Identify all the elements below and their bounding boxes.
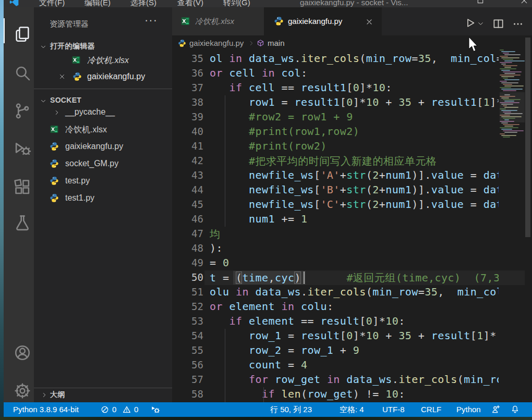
minimap-viewport[interactable] bbox=[500, 92, 525, 122]
tree-item-file[interactable]: test1.py bbox=[65, 193, 94, 203]
code-line-52[interactable]: 52or element in colu: bbox=[172, 300, 532, 314]
tree-item-folder[interactable]: __pycache__ bbox=[65, 107, 115, 117]
chevron-down-icon[interactable] bbox=[40, 44, 46, 50]
split-editor-icon[interactable] bbox=[492, 18, 504, 30]
tab-excel-file[interactable]: 冷饮机.xlsx bbox=[172, 7, 264, 35]
code-line-46[interactable]: 46 num1 += 1 bbox=[172, 212, 532, 227]
code-line-53[interactable]: 53 if element == result[0]*10: bbox=[172, 314, 532, 329]
close-window-button[interactable] bbox=[520, 0, 528, 5]
code-line-42[interactable]: 42 #把求平均的时间写入新建的相应单元格 bbox=[172, 154, 532, 168]
line-number[interactable]: 41 bbox=[172, 140, 203, 152]
error-icon[interactable] bbox=[101, 405, 109, 414]
code-line-38[interactable]: 38 row1 = result1[0]*10 + 35 + result1[1… bbox=[172, 95, 532, 110]
line-number[interactable]: 54 bbox=[172, 330, 203, 341]
line-number[interactable]: 46 bbox=[172, 213, 203, 225]
tab-python-file-active[interactable]: gaixiekangfu.py bbox=[264, 7, 382, 35]
line-number[interactable]: 58 bbox=[172, 388, 203, 400]
code-line-48[interactable]: 48): bbox=[172, 241, 532, 256]
code-line-50[interactable]: 50t = (time,cyc) #返回元组(time,cyc) (7,30)为 bbox=[172, 270, 532, 285]
line-number[interactable]: 56 bbox=[172, 359, 203, 370]
open-editors-header[interactable]: 打开的编辑器 bbox=[50, 42, 95, 51]
warning-icon[interactable] bbox=[123, 405, 131, 414]
encoding-status[interactable]: UTF-8 bbox=[382, 405, 405, 414]
code-line-35[interactable]: 35ol in data_ws.iter_cols(min_row=35, mi… bbox=[172, 52, 532, 66]
line-number[interactable]: 51 bbox=[172, 286, 203, 298]
line-number[interactable]: 44 bbox=[172, 184, 203, 195]
more-actions-icon[interactable] bbox=[512, 18, 524, 30]
language-mode-status[interactable]: Python bbox=[456, 405, 481, 414]
line-number[interactable]: 36 bbox=[172, 67, 203, 79]
code-line-41[interactable]: 41 #print(row2) bbox=[172, 139, 532, 154]
line-number[interactable]: 40 bbox=[172, 126, 203, 137]
menu-view[interactable]: 查看(V) bbox=[177, 0, 203, 7]
code-editor[interactable]: 35ol in data_ws.iter_cols(min_row=35, mi… bbox=[172, 52, 532, 402]
tree-item-file[interactable]: gaixiekangfu.py bbox=[65, 142, 123, 151]
explorer-icon[interactable] bbox=[14, 26, 31, 43]
close-icon[interactable] bbox=[59, 73, 65, 80]
code-line-40[interactable]: 40 #print(row1,row2) bbox=[172, 125, 532, 139]
menu-goto[interactable]: 转到(G) bbox=[223, 0, 250, 7]
code-line-49[interactable]: 49= 0 bbox=[172, 256, 532, 270]
sidebar-more-actions[interactable]: ··· bbox=[144, 14, 158, 27]
indentation-status[interactable]: 空格: 4 bbox=[340, 405, 364, 415]
menu-file[interactable]: 文件(F) bbox=[39, 0, 65, 7]
chevron-down-icon[interactable] bbox=[40, 98, 46, 104]
line-number[interactable]: 52 bbox=[172, 301, 203, 312]
code-line-45[interactable]: 45 newfile_ws['C'+str(2+num1)].value = d… bbox=[172, 197, 532, 212]
line-number[interactable]: 37 bbox=[172, 82, 203, 93]
line-number[interactable]: 55 bbox=[172, 344, 203, 356]
run-button[interactable] bbox=[465, 17, 476, 29]
run-debug-icon[interactable] bbox=[14, 140, 31, 158]
line-number[interactable]: 42 bbox=[172, 155, 203, 166]
open-editor-item[interactable]: 冷饮机.xlsx bbox=[87, 55, 129, 66]
source-control-icon[interactable] bbox=[14, 102, 31, 120]
account-icon[interactable] bbox=[14, 344, 31, 362]
code-line-36[interactable]: 36or cell in col: bbox=[172, 66, 532, 81]
run-dropdown-chevron-icon[interactable] bbox=[477, 20, 484, 27]
menu-edit[interactable]: 编辑(E) bbox=[84, 0, 111, 7]
code-line-57[interactable]: 57 for row_get in data_ws.iter_cols(min_… bbox=[172, 373, 532, 387]
beaker-icon[interactable] bbox=[14, 214, 31, 232]
line-number[interactable]: 45 bbox=[172, 199, 203, 210]
code-line-44[interactable]: 44 newfile_ws['B'+str(2+num1)].value = d… bbox=[172, 183, 532, 197]
line-number[interactable]: 48 bbox=[172, 242, 203, 254]
extensions-icon[interactable] bbox=[14, 178, 31, 196]
debug-status-icon[interactable] bbox=[151, 405, 160, 414]
line-number[interactable]: 43 bbox=[172, 169, 203, 181]
close-icon[interactable] bbox=[366, 18, 373, 26]
line-number[interactable]: 53 bbox=[172, 315, 203, 327]
code-line-47[interactable]: 47均 bbox=[172, 227, 532, 241]
line-number[interactable]: 35 bbox=[172, 53, 203, 64]
tree-item-file[interactable]: 冷饮机.xlsx bbox=[65, 125, 107, 135]
cursor-position-status[interactable]: 行 50, 列 23 bbox=[270, 405, 312, 415]
error-count[interactable]: 0 bbox=[112, 405, 116, 414]
vertical-scrollbar[interactable] bbox=[525, 35, 532, 402]
line-number[interactable]: 50 bbox=[172, 271, 203, 283]
menu-selection[interactable]: 选择(S) bbox=[130, 0, 156, 7]
chevron-right-icon[interactable] bbox=[41, 392, 47, 398]
code-line-55[interactable]: 55 row_2 = row_1 + 9 bbox=[172, 343, 532, 358]
gear-icon[interactable] bbox=[14, 382, 31, 400]
warning-count[interactable]: 0 bbox=[134, 405, 138, 414]
line-number[interactable]: 39 bbox=[172, 111, 203, 122]
search-icon[interactable] bbox=[14, 64, 31, 82]
code-line-54[interactable]: 54 row_1 = result[0]*10 + 35 + result[1]… bbox=[172, 329, 532, 343]
code-line-37[interactable]: 37 if cell == result1[0]*10: bbox=[172, 81, 532, 95]
tree-item-file[interactable]: socket_GM.py bbox=[65, 159, 118, 168]
code-line-56[interactable]: 56 count = 4 bbox=[172, 358, 532, 373]
line-number[interactable]: 47 bbox=[172, 228, 203, 239]
outline-header[interactable]: 大纲 bbox=[50, 390, 65, 400]
breadcrumb-file[interactable]: gaixiekangfu.py bbox=[189, 39, 244, 47]
line-number[interactable]: 49 bbox=[172, 257, 203, 268]
breadcrumb-symbol[interactable]: main bbox=[268, 39, 285, 47]
folder-header-socket[interactable]: SOCKET bbox=[50, 96, 81, 104]
code-line-39[interactable]: 39 #row2 = row1 + 9 bbox=[172, 110, 532, 125]
eol-status[interactable]: CRLF bbox=[421, 405, 441, 414]
code-line-51[interactable]: 51olu in data_ws.iter_cols(min_row=35, m… bbox=[172, 285, 532, 300]
maximize-button[interactable] bbox=[476, 0, 485, 5]
line-number[interactable]: 38 bbox=[172, 96, 203, 108]
line-number[interactable]: 57 bbox=[172, 374, 203, 385]
python-interpreter-status[interactable]: Python 3.8.9 64-bit bbox=[13, 405, 79, 414]
bell-icon[interactable] bbox=[511, 405, 519, 414]
code-line-43[interactable]: 43 newfile_ws['A'+str(2+num1)].value = d… bbox=[172, 168, 532, 183]
